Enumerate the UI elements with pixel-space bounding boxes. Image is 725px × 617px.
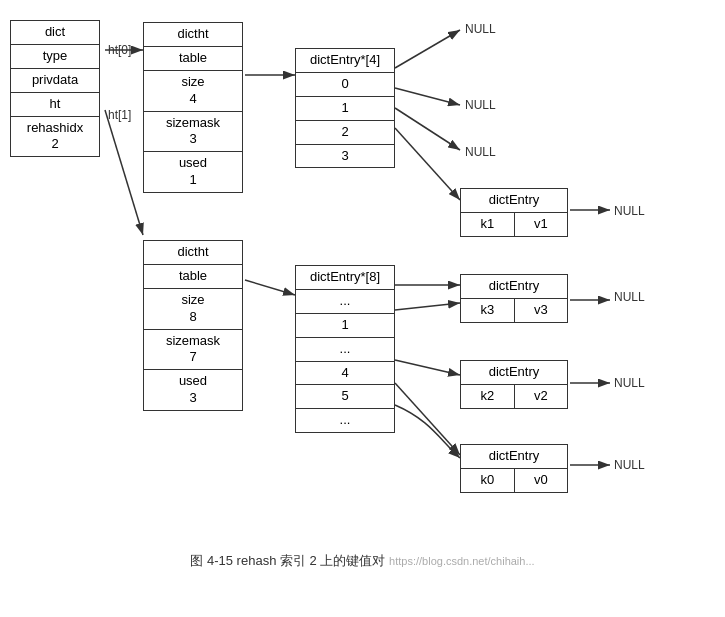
null-top-2: NULL [465, 145, 496, 159]
entry-k2v2-k: k2 [461, 385, 515, 408]
null-k1v1: NULL [614, 204, 645, 218]
null-k0v0: NULL [614, 458, 645, 472]
dictht-top-box: dictht table size 4 sizemask 3 used 1 [143, 22, 243, 193]
svg-line-15 [395, 383, 460, 455]
entry-k1v1-v: v1 [515, 213, 568, 236]
entry-k3v3-k: k3 [461, 299, 515, 322]
caption-text: 图 4-15 rehash 索引 2 上的键值对 [190, 553, 385, 568]
svg-line-8 [395, 128, 460, 200]
dict-entry-k1v1: dictEntry k1 v1 [460, 188, 568, 237]
svg-line-7 [395, 108, 460, 150]
entry-top-2: 2 [296, 121, 394, 145]
svg-line-2 [105, 110, 143, 235]
ht0-label: ht[0] [108, 43, 131, 57]
ht1-label: ht[1] [108, 108, 131, 122]
svg-line-6 [395, 88, 460, 105]
caption: 图 4-15 rehash 索引 2 上的键值对 https://blog.cs… [0, 552, 725, 570]
dict-cell-privdata: privdata [11, 69, 99, 93]
null-k3v3: NULL [614, 290, 645, 304]
svg-line-4 [245, 280, 295, 295]
entry-k2v2-label: dictEntry [461, 361, 567, 385]
dict-cell-dict: dict [11, 21, 99, 45]
dict-cell-ht: ht [11, 93, 99, 117]
entry-bottom-dots2: ... [296, 338, 394, 362]
entry-top-1: 1 [296, 97, 394, 121]
entry-k0v0-v: v0 [515, 469, 568, 492]
svg-line-5 [395, 30, 460, 68]
entry-top-box: dictEntry*[4] 0 1 2 3 [295, 48, 395, 168]
dictht-top-header: dictht [144, 23, 242, 47]
diagram: dict type privdata ht rehashidx 2 ht[0] … [0, 0, 725, 580]
null-top-0: NULL [465, 22, 496, 36]
null-k2v2: NULL [614, 376, 645, 390]
caption-url: https://blog.csdn.net/chihaih... [389, 555, 535, 567]
entry-k3v3-v: v3 [515, 299, 568, 322]
entry-bottom-dots3: ... [296, 409, 394, 432]
dictht-bottom-sizemask: sizemask 7 [144, 330, 242, 371]
entry-k1v1-label: dictEntry [461, 189, 567, 213]
entry-bottom-4: 4 [296, 362, 394, 386]
dict-cell-rehashidx: rehashidx 2 [11, 117, 99, 157]
entry-bottom-1: 1 [296, 314, 394, 338]
entry-bottom-header: dictEntry*[8] [296, 266, 394, 290]
entry-k0v0-label: dictEntry [461, 445, 567, 469]
dictht-top-size: size 4 [144, 71, 242, 112]
entry-k2v2-v: v2 [515, 385, 568, 408]
entry-bottom-dots1: ... [296, 290, 394, 314]
entry-top-0: 0 [296, 73, 394, 97]
entry-top-header: dictEntry*[4] [296, 49, 394, 73]
dict-entry-k2v2: dictEntry k2 v2 [460, 360, 568, 409]
dictht-top-used: used 1 [144, 152, 242, 192]
svg-line-12 [395, 303, 460, 310]
dictht-bottom-used: used 3 [144, 370, 242, 410]
null-top-1: NULL [465, 98, 496, 112]
entry-k1v1-k: k1 [461, 213, 515, 236]
dictht-bottom-size: size 8 [144, 289, 242, 330]
dictht-top-sizemask: sizemask 3 [144, 112, 242, 153]
dict-box: dict type privdata ht rehashidx 2 [10, 20, 100, 157]
entry-k3v3-label: dictEntry [461, 275, 567, 299]
entry-bottom-5: 5 [296, 385, 394, 409]
dict-entry-k0v0: dictEntry k0 v0 [460, 444, 568, 493]
dictht-bottom-table: table [144, 265, 242, 289]
dict-entry-k3v3: dictEntry k3 v3 [460, 274, 568, 323]
dictht-bottom-box: dictht table size 8 sizemask 7 used 3 [143, 240, 243, 411]
svg-line-13 [395, 360, 460, 375]
dictht-top-table: table [144, 47, 242, 71]
entry-bottom-box: dictEntry*[8] ... 1 ... 4 5 ... [295, 265, 395, 433]
entry-top-3: 3 [296, 145, 394, 168]
entry-k0v0-k: k0 [461, 469, 515, 492]
dict-cell-type: type [11, 45, 99, 69]
dictht-bottom-header: dictht [144, 241, 242, 265]
